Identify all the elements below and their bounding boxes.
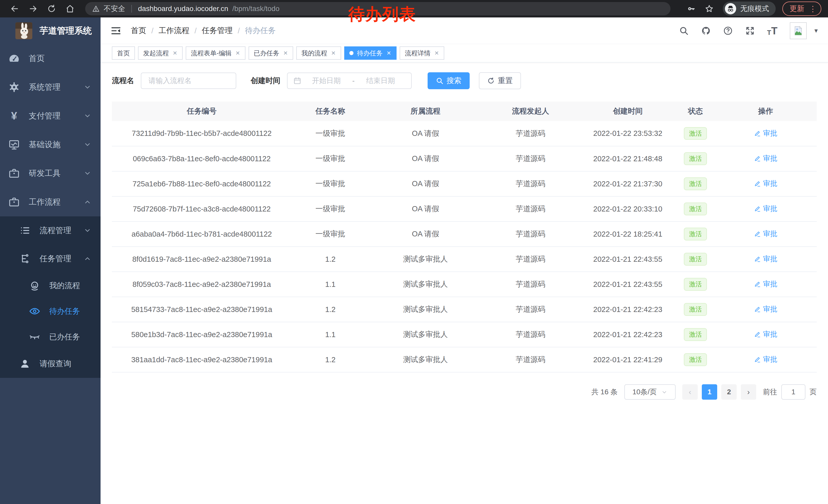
table-row: 069c6a63-7b8a-11ec-8ef0-acde48001122 一级审…: [112, 146, 817, 171]
chevron-down-icon: [84, 227, 91, 234]
sidebar-item-leave-query[interactable]: 请假查询: [0, 350, 100, 378]
sidebar-item-my-process[interactable]: 我的流程: [0, 273, 100, 299]
sidebar-item-process-management[interactable]: 流程管理: [0, 216, 100, 244]
sidebar-item-todo-tasks[interactable]: 待办任务: [0, 299, 100, 324]
caret-down-icon[interactable]: ▾: [815, 27, 818, 35]
search-icon[interactable]: [679, 26, 689, 36]
jump-page-input[interactable]: [781, 384, 805, 400]
breadcrumb-home[interactable]: 首页: [131, 26, 146, 36]
approve-link[interactable]: 审批: [754, 204, 778, 214]
sidebar-item-home[interactable]: 首页: [0, 44, 100, 73]
status-badge: 激活: [684, 303, 707, 316]
approve-link[interactable]: 审批: [754, 153, 778, 163]
col-status: 状态: [676, 101, 714, 121]
app-title: 芋道管理系统: [40, 25, 92, 37]
key-icon[interactable]: [687, 4, 696, 13]
tag-process-form-edit[interactable]: 流程表单-编辑 ×: [186, 46, 245, 60]
browser-actions: 无痕模式 更新 ⋮: [683, 2, 821, 16]
prev-page-button[interactable]: ‹: [682, 384, 698, 400]
date-range-input[interactable]: 开始日期 - 结束日期: [287, 73, 412, 89]
approve-link[interactable]: 审批: [754, 254, 778, 264]
tasks-table: 任务编号 任务名称 所属流程 流程发起人 创建时间 状态 操作 73211d9d…: [112, 101, 817, 372]
tags-view-bar: 首页 发起流程 × 流程表单-编辑 × 已办任务 × 我的流程 ×: [100, 44, 828, 62]
user-icon: [19, 358, 31, 370]
sidebar-item-workflow[interactable]: 工作流程: [0, 188, 100, 216]
yen-icon: ¥: [8, 110, 20, 122]
reset-button[interactable]: 重置: [479, 72, 521, 89]
search-form: 流程名 创建时间 开始日期 - 结束日期 搜索 重: [112, 72, 817, 90]
approve-link[interactable]: 审批: [754, 329, 778, 339]
status-badge: 激活: [684, 353, 707, 366]
col-create-time: 创建时间: [579, 101, 676, 121]
approve-link[interactable]: 审批: [754, 129, 778, 138]
status-badge: 激活: [684, 127, 707, 140]
search-button[interactable]: 搜索: [427, 72, 470, 89]
page-size-select[interactable]: 10条/页: [624, 384, 676, 400]
sidebar-item-dev-tools[interactable]: 研发工具: [0, 159, 100, 188]
sidebar-item-infrastructure[interactable]: 基础设施: [0, 130, 100, 159]
security-label[interactable]: 不安全: [104, 4, 125, 13]
tag-todo-tasks[interactable]: 待办任务 ×: [344, 46, 397, 60]
close-icon[interactable]: ×: [172, 49, 177, 57]
logo-row[interactable]: 芋道管理系统: [0, 17, 100, 44]
browser-menu-icon[interactable]: ⋮: [809, 4, 817, 13]
help-icon[interactable]: [723, 26, 733, 36]
hierarchy-icon: [19, 253, 31, 265]
tag-start-process[interactable]: 发起流程 ×: [138, 46, 182, 60]
sidebar-item-task-management[interactable]: 任务管理: [0, 244, 100, 273]
col-task-name: 任务名称: [292, 101, 369, 121]
chevron-down-icon: [84, 170, 91, 177]
table-row: 75d72608-7b7f-11ec-a3c8-acde48001122 一级审…: [112, 196, 817, 222]
tag-process-detail[interactable]: 流程详情 ×: [400, 46, 444, 60]
font-size-icon[interactable]: TT: [767, 26, 778, 36]
page-button-1[interactable]: 1: [702, 384, 717, 400]
process-name-input[interactable]: [141, 73, 236, 89]
col-actions: 操作: [715, 101, 817, 121]
incognito-label: 无痕模式: [740, 4, 769, 13]
sidebar-item-done-tasks[interactable]: 已办任务: [0, 324, 100, 350]
status-badge: 激活: [684, 328, 707, 341]
breadcrumb-workflow[interactable]: 工作流程: [159, 26, 189, 36]
next-page-button[interactable]: ›: [741, 384, 756, 400]
close-icon[interactable]: ×: [283, 49, 288, 57]
home-icon[interactable]: [66, 4, 74, 13]
fullscreen-icon[interactable]: [745, 26, 755, 36]
briefcase-icon: [8, 168, 20, 179]
close-icon[interactable]: ×: [235, 49, 240, 57]
approve-link[interactable]: 审批: [754, 355, 778, 364]
process-name-label: 流程名: [112, 76, 134, 86]
approve-link[interactable]: 审批: [754, 304, 778, 314]
sidebar-collapse-icon[interactable]: [111, 26, 121, 36]
pagination: 共 16 条 10条/页 ‹ 1 2 › 前往 页: [112, 384, 817, 410]
breadcrumb: 首页 / 工作流程 / 任务管理 / 待办任务: [131, 26, 276, 36]
avatar[interactable]: [790, 22, 807, 39]
main-area: 首页 / 工作流程 / 任务管理 / 待办任务 TT ▾: [100, 17, 828, 504]
tag-home[interactable]: 首页: [112, 46, 135, 60]
approve-link[interactable]: 审批: [754, 179, 778, 188]
approve-link[interactable]: 审批: [754, 279, 778, 289]
close-icon[interactable]: ×: [434, 49, 439, 57]
status-badge: 激活: [684, 202, 707, 215]
table-header-row: 任务编号 任务名称 所属流程 流程发起人 创建时间 状态 操作: [112, 101, 817, 121]
col-starter: 流程发起人: [482, 101, 579, 121]
back-icon[interactable]: [10, 4, 19, 13]
close-icon[interactable]: ×: [331, 49, 336, 57]
table-row: 58154733-7ac8-11ec-a9e2-a2380e71991a 1.2…: [112, 297, 817, 322]
breadcrumb-task-management[interactable]: 任务管理: [202, 26, 233, 36]
url-host[interactable]: dashboard.yudao.iocoder.cn: [138, 5, 228, 13]
tag-my-process[interactable]: 我的流程 ×: [296, 46, 341, 60]
app: 芋道管理系统 首页 系统管理 ¥ 支付管理 基础设施: [0, 17, 828, 504]
approve-link[interactable]: 审批: [754, 229, 778, 239]
github-icon[interactable]: [701, 26, 711, 36]
url-path[interactable]: /bpm/task/todo: [233, 5, 280, 13]
reload-icon[interactable]: [47, 4, 56, 13]
forward-icon[interactable]: [29, 4, 37, 13]
update-button[interactable]: 更新 ⋮: [782, 2, 821, 16]
close-icon[interactable]: ×: [386, 49, 391, 57]
sidebar-item-system[interactable]: 系统管理: [0, 73, 100, 101]
sidebar-item-payment[interactable]: ¥ 支付管理: [0, 101, 100, 130]
page-button-2[interactable]: 2: [721, 384, 737, 400]
bookmark-star-icon[interactable]: [705, 4, 714, 13]
col-task-id: 任务编号: [112, 101, 292, 121]
tag-done-tasks[interactable]: 已办任务 ×: [249, 46, 293, 60]
